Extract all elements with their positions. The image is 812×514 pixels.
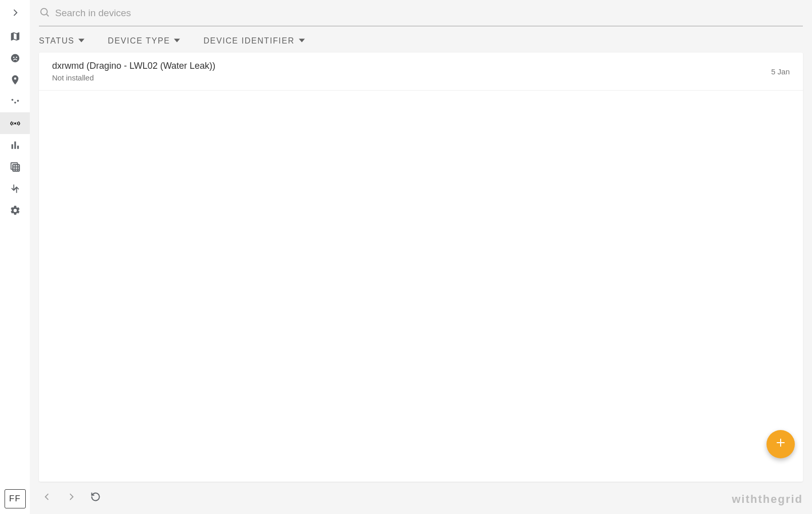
svg-line-18 — [47, 14, 49, 16]
filter-bar: STATUS DEVICE TYPE DEVICE IDENTIFIER — [39, 26, 803, 53]
device-row-text: dxrwmd (Dragino - LWL02 (Water Leak)) No… — [52, 61, 215, 82]
sidebar-item-locations[interactable] — [0, 69, 30, 91]
device-date: 5 Jan — [771, 67, 790, 76]
avatar: FF — [5, 489, 26, 508]
pager-next[interactable] — [64, 491, 78, 505]
sidebar-item-map[interactable] — [0, 25, 30, 47]
brand-logo: withthegrid — [732, 493, 803, 506]
sidebar-item-tables[interactable] — [0, 156, 30, 178]
svg-point-1 — [13, 56, 14, 58]
svg-point-3 — [11, 99, 13, 101]
sidebar-item-import-export[interactable] — [0, 178, 30, 199]
sidebar-item-controls[interactable] — [0, 91, 30, 112]
sliders-icon — [10, 96, 21, 107]
device-row[interactable]: dxrwmd (Dragino - LWL02 (Water Leak)) No… — [39, 53, 803, 91]
brand-text: withthegrid — [732, 493, 803, 505]
pager-refresh[interactable] — [88, 491, 103, 505]
sidebar-item-issues[interactable] — [0, 47, 30, 69]
svg-point-0 — [11, 54, 19, 62]
search-bar — [39, 0, 803, 26]
filter-device-identifier[interactable]: DEVICE IDENTIFIER — [203, 36, 304, 46]
import-export-icon — [10, 183, 21, 194]
pager-prev[interactable] — [40, 491, 54, 505]
sidebar-item-analytics[interactable] — [0, 134, 30, 156]
chevron-right-icon — [66, 492, 76, 504]
map-icon — [10, 31, 21, 42]
svg-rect-7 — [11, 144, 13, 149]
tables-icon — [10, 161, 21, 173]
refresh-icon — [91, 492, 101, 504]
sidebar-item-devices[interactable] — [0, 112, 30, 134]
filter-device-identifier-label: DEVICE IDENTIFIER — [203, 36, 294, 46]
fab-add[interactable] — [766, 430, 795, 458]
svg-point-5 — [17, 100, 19, 102]
device-subtitle: Not installed — [52, 73, 215, 82]
devices-icon — [10, 118, 21, 129]
filter-status[interactable]: STATUS — [39, 36, 84, 46]
search-icon — [39, 7, 50, 20]
svg-point-2 — [16, 56, 17, 58]
filter-device-type[interactable]: DEVICE TYPE — [108, 36, 180, 46]
device-list: dxrwmd (Dragino - LWL02 (Water Leak)) No… — [39, 53, 803, 482]
device-title: dxrwmd (Dragino - LWL02 (Water Leak)) — [52, 61, 215, 71]
settings-icon — [10, 205, 21, 216]
location-icon — [10, 74, 21, 85]
issues-icon — [10, 53, 21, 64]
filter-device-type-label: DEVICE TYPE — [108, 36, 170, 46]
svg-rect-11 — [13, 164, 19, 171]
svg-point-6 — [14, 122, 16, 124]
caret-down-icon — [174, 36, 180, 46]
chevron-right-icon — [10, 8, 20, 18]
pager — [39, 482, 803, 505]
sidebar: FF — [0, 0, 30, 514]
svg-point-17 — [41, 8, 48, 15]
avatar-initials: FF — [9, 494, 21, 504]
svg-rect-9 — [17, 145, 19, 148]
svg-rect-8 — [14, 141, 16, 149]
plus-icon — [775, 436, 787, 452]
svg-point-4 — [14, 102, 16, 104]
chevron-left-icon — [42, 492, 52, 504]
sidebar-avatar[interactable]: FF — [0, 484, 30, 514]
sidebar-item-settings[interactable] — [0, 199, 30, 221]
main: STATUS DEVICE TYPE DEVICE IDENTIFIER dxr… — [30, 0, 812, 514]
filter-status-label: STATUS — [39, 36, 74, 46]
caret-down-icon — [299, 36, 305, 46]
sidebar-expand[interactable] — [0, 0, 30, 25]
search-input[interactable] — [55, 5, 803, 22]
caret-down-icon — [78, 36, 84, 46]
analytics-icon — [10, 140, 21, 151]
